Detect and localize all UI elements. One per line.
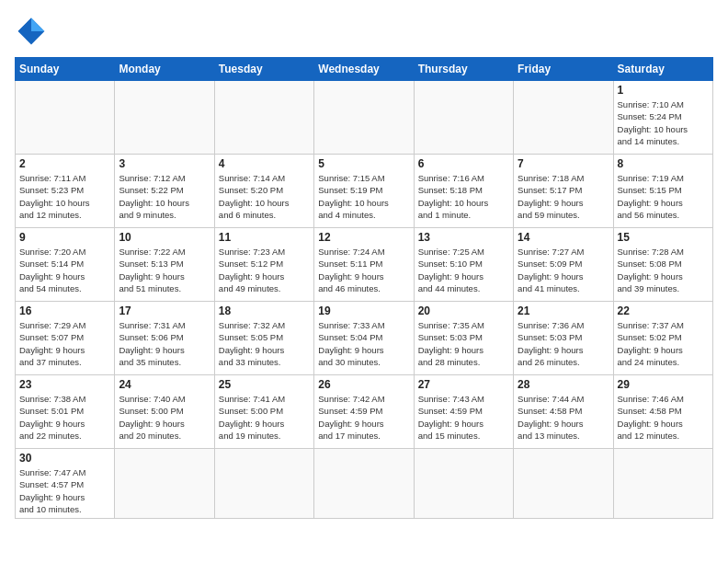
day-number: 14 bbox=[518, 231, 609, 244]
calendar-cell: 8Sunrise: 7:19 AM Sunset: 5:15 PM Daylig… bbox=[613, 155, 712, 228]
calendar-cell: 26Sunrise: 7:42 AM Sunset: 4:59 PM Dayli… bbox=[314, 375, 414, 449]
calendar-header: SundayMondayTuesdayWednesdayThursdayFrid… bbox=[16, 58, 713, 81]
day-info: Sunrise: 7:36 AM Sunset: 5:03 PM Dayligh… bbox=[518, 319, 609, 368]
calendar-cell: 16Sunrise: 7:29 AM Sunset: 5:07 PM Dayli… bbox=[16, 302, 115, 375]
calendar-cell: 13Sunrise: 7:25 AM Sunset: 5:10 PM Dayli… bbox=[414, 228, 513, 302]
day-info: Sunrise: 7:32 AM Sunset: 5:05 PM Dayligh… bbox=[219, 319, 310, 368]
day-number: 30 bbox=[19, 452, 110, 465]
calendar-cell bbox=[314, 449, 414, 519]
calendar-week-row: 9Sunrise: 7:20 AM Sunset: 5:14 PM Daylig… bbox=[16, 228, 713, 302]
day-number: 9 bbox=[19, 231, 110, 244]
day-info: Sunrise: 7:43 AM Sunset: 4:59 PM Dayligh… bbox=[418, 393, 509, 442]
calendar-cell bbox=[514, 81, 613, 155]
svg-marker-1 bbox=[31, 18, 44, 31]
day-number: 16 bbox=[19, 304, 110, 317]
calendar-week-row: 1Sunrise: 7:10 AM Sunset: 5:24 PM Daylig… bbox=[16, 81, 713, 155]
calendar-cell: 24Sunrise: 7:40 AM Sunset: 5:00 PM Dayli… bbox=[115, 375, 214, 449]
day-number: 28 bbox=[518, 378, 609, 391]
day-info: Sunrise: 7:16 AM Sunset: 5:18 PM Dayligh… bbox=[418, 172, 509, 221]
day-number: 8 bbox=[618, 157, 709, 170]
day-info: Sunrise: 7:35 AM Sunset: 5:03 PM Dayligh… bbox=[418, 319, 509, 368]
weekday-header: Tuesday bbox=[214, 58, 313, 81]
weekday-header: Wednesday bbox=[314, 58, 414, 81]
day-number: 4 bbox=[219, 157, 310, 170]
day-number: 21 bbox=[518, 304, 609, 317]
day-info: Sunrise: 7:25 AM Sunset: 5:10 PM Dayligh… bbox=[418, 246, 509, 294]
day-info: Sunrise: 7:40 AM Sunset: 5:00 PM Dayligh… bbox=[119, 393, 210, 442]
day-info: Sunrise: 7:33 AM Sunset: 5:04 PM Dayligh… bbox=[318, 319, 409, 368]
svg-marker-2 bbox=[18, 18, 31, 31]
weekday-header: Monday bbox=[115, 58, 214, 81]
calendar-cell: 11Sunrise: 7:23 AM Sunset: 5:12 PM Dayli… bbox=[214, 228, 313, 302]
day-info: Sunrise: 7:41 AM Sunset: 5:00 PM Dayligh… bbox=[219, 393, 310, 442]
day-number: 17 bbox=[119, 304, 210, 317]
calendar-cell: 3Sunrise: 7:12 AM Sunset: 5:22 PM Daylig… bbox=[115, 155, 214, 228]
calendar-cell: 17Sunrise: 7:31 AM Sunset: 5:06 PM Dayli… bbox=[115, 302, 214, 375]
calendar-cell: 4Sunrise: 7:14 AM Sunset: 5:20 PM Daylig… bbox=[214, 155, 313, 228]
calendar-cell: 25Sunrise: 7:41 AM Sunset: 5:00 PM Dayli… bbox=[214, 375, 313, 449]
day-number: 23 bbox=[19, 378, 110, 391]
calendar-body: 1Sunrise: 7:10 AM Sunset: 5:24 PM Daylig… bbox=[16, 81, 713, 519]
day-info: Sunrise: 7:46 AM Sunset: 4:58 PM Dayligh… bbox=[618, 393, 709, 442]
day-number: 20 bbox=[418, 304, 509, 317]
calendar-cell bbox=[514, 449, 613, 519]
day-info: Sunrise: 7:44 AM Sunset: 4:58 PM Dayligh… bbox=[518, 393, 609, 442]
calendar-cell: 29Sunrise: 7:46 AM Sunset: 4:58 PM Dayli… bbox=[613, 375, 712, 449]
weekday-header: Saturday bbox=[613, 58, 712, 81]
calendar-cell: 6Sunrise: 7:16 AM Sunset: 5:18 PM Daylig… bbox=[414, 155, 513, 228]
calendar-cell bbox=[115, 81, 214, 155]
calendar-cell: 14Sunrise: 7:27 AM Sunset: 5:09 PM Dayli… bbox=[514, 228, 613, 302]
day-info: Sunrise: 7:29 AM Sunset: 5:07 PM Dayligh… bbox=[19, 319, 110, 368]
calendar-cell: 23Sunrise: 7:38 AM Sunset: 5:01 PM Dayli… bbox=[16, 375, 115, 449]
day-number: 13 bbox=[418, 231, 509, 244]
calendar-week-row: 23Sunrise: 7:38 AM Sunset: 5:01 PM Dayli… bbox=[16, 375, 713, 449]
calendar-cell: 9Sunrise: 7:20 AM Sunset: 5:14 PM Daylig… bbox=[16, 228, 115, 302]
calendar-cell: 22Sunrise: 7:37 AM Sunset: 5:02 PM Dayli… bbox=[613, 302, 712, 375]
day-number: 1 bbox=[618, 84, 709, 97]
day-number: 6 bbox=[418, 157, 509, 170]
day-info: Sunrise: 7:27 AM Sunset: 5:09 PM Dayligh… bbox=[518, 246, 609, 294]
calendar-week-row: 30Sunrise: 7:47 AM Sunset: 4:57 PM Dayli… bbox=[16, 449, 713, 519]
day-info: Sunrise: 7:20 AM Sunset: 5:14 PM Dayligh… bbox=[19, 246, 110, 294]
day-info: Sunrise: 7:14 AM Sunset: 5:20 PM Dayligh… bbox=[219, 172, 310, 221]
day-number: 25 bbox=[219, 378, 310, 391]
calendar-cell bbox=[314, 81, 414, 155]
day-info: Sunrise: 7:38 AM Sunset: 5:01 PM Dayligh… bbox=[19, 393, 110, 442]
day-info: Sunrise: 7:23 AM Sunset: 5:12 PM Dayligh… bbox=[219, 246, 310, 294]
calendar-cell: 2Sunrise: 7:11 AM Sunset: 5:23 PM Daylig… bbox=[16, 155, 115, 228]
day-number: 29 bbox=[618, 378, 709, 391]
calendar-table: SundayMondayTuesdayWednesdayThursdayFrid… bbox=[15, 57, 713, 519]
calendar-cell: 12Sunrise: 7:24 AM Sunset: 5:11 PM Dayli… bbox=[314, 228, 414, 302]
day-info: Sunrise: 7:12 AM Sunset: 5:22 PM Dayligh… bbox=[119, 172, 210, 221]
day-info: Sunrise: 7:47 AM Sunset: 4:57 PM Dayligh… bbox=[19, 466, 110, 515]
day-number: 2 bbox=[19, 157, 110, 170]
calendar-cell: 18Sunrise: 7:32 AM Sunset: 5:05 PM Dayli… bbox=[214, 302, 313, 375]
day-info: Sunrise: 7:31 AM Sunset: 5:06 PM Dayligh… bbox=[119, 319, 210, 368]
day-info: Sunrise: 7:24 AM Sunset: 5:11 PM Dayligh… bbox=[318, 246, 409, 294]
calendar-cell bbox=[414, 449, 513, 519]
day-info: Sunrise: 7:22 AM Sunset: 5:13 PM Dayligh… bbox=[119, 246, 210, 294]
calendar-cell bbox=[414, 81, 513, 155]
day-number: 15 bbox=[618, 231, 709, 244]
day-info: Sunrise: 7:10 AM Sunset: 5:24 PM Dayligh… bbox=[618, 98, 709, 147]
day-info: Sunrise: 7:15 AM Sunset: 5:19 PM Dayligh… bbox=[318, 172, 409, 221]
day-number: 7 bbox=[518, 157, 609, 170]
day-number: 5 bbox=[318, 157, 409, 170]
calendar-cell: 20Sunrise: 7:35 AM Sunset: 5:03 PM Dayli… bbox=[414, 302, 513, 375]
day-info: Sunrise: 7:37 AM Sunset: 5:02 PM Dayligh… bbox=[618, 319, 709, 368]
calendar-cell: 19Sunrise: 7:33 AM Sunset: 5:04 PM Dayli… bbox=[314, 302, 414, 375]
calendar-cell: 30Sunrise: 7:47 AM Sunset: 4:57 PM Dayli… bbox=[16, 449, 115, 519]
logo bbox=[15, 15, 53, 48]
day-number: 18 bbox=[219, 304, 310, 317]
day-info: Sunrise: 7:19 AM Sunset: 5:15 PM Dayligh… bbox=[618, 172, 709, 221]
day-number: 22 bbox=[618, 304, 709, 317]
day-number: 3 bbox=[119, 157, 210, 170]
calendar-cell: 5Sunrise: 7:15 AM Sunset: 5:19 PM Daylig… bbox=[314, 155, 414, 228]
day-number: 10 bbox=[119, 231, 210, 244]
day-number: 19 bbox=[318, 304, 409, 317]
day-info: Sunrise: 7:42 AM Sunset: 4:59 PM Dayligh… bbox=[318, 393, 409, 442]
calendar-cell: 15Sunrise: 7:28 AM Sunset: 5:08 PM Dayli… bbox=[613, 228, 712, 302]
weekday-header: Sunday bbox=[16, 58, 115, 81]
day-number: 11 bbox=[219, 231, 310, 244]
calendar-cell bbox=[214, 449, 313, 519]
